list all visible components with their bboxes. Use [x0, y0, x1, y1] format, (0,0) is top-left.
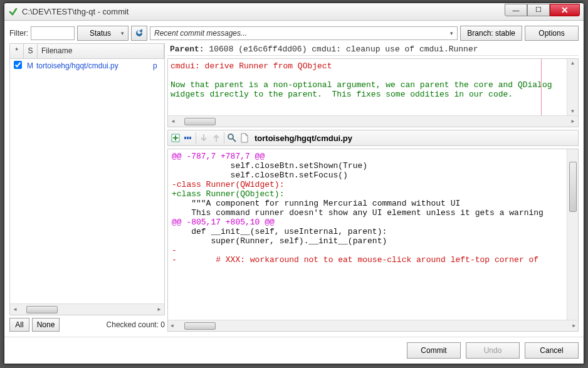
maximize-button[interactable]: ☐: [527, 4, 550, 16]
file-row[interactable]: M tortoisehg/hgqt/cmdui.py p: [10, 59, 164, 73]
msg-hscroll[interactable]: [168, 115, 578, 127]
file-path: tortoisehg/hgqt/cmdui.py: [36, 61, 153, 70]
right-panel: Parent: 10608 (e16c6ff4dd06) cmdui: clea…: [167, 43, 579, 332]
col-status[interactable]: S: [24, 44, 38, 58]
file-icon[interactable]: [239, 133, 249, 143]
file-header: * S Filename: [10, 44, 164, 59]
filter-input[interactable]: [31, 26, 75, 40]
svg-rect-1: [184, 137, 186, 139]
diff-code[interactable]: @@ -787,7 +787,7 @@ self.closeBtn.setSho…: [168, 149, 578, 320]
status-dropdown[interactable]: Status: [77, 26, 129, 41]
parent-info: Parent: 10608 (e16c6ff4dd06) cmdui: clea…: [167, 43, 579, 56]
recent-commits-dropdown[interactable]: Recent commit messages...: [150, 26, 458, 40]
select-none-button[interactable]: None: [32, 318, 60, 332]
branch-button[interactable]: Branch: stable: [460, 26, 522, 41]
file-ext: p: [153, 61, 163, 70]
arrow-up-icon[interactable]: [211, 133, 221, 143]
arrow-down-icon[interactable]: [199, 133, 209, 143]
titlebar: C:\DEV\TEST\thg-qt - commit — ☐ ✕: [4, 3, 584, 21]
main-row: * S Filename M tortoisehg/hgqt/cmdui.py …: [9, 43, 579, 332]
dialog-footer: Commit Undo Cancel: [4, 337, 584, 364]
select-all-button[interactable]: All: [9, 318, 29, 332]
column-ruler: [541, 59, 542, 115]
close-button[interactable]: ✕: [550, 4, 580, 16]
diff-filename: tortoisehg/hgqt/cmdui.py: [255, 134, 352, 143]
window-title: C:\DEV\TEST\thg-qt - commit: [22, 7, 505, 16]
diff-remove-icon[interactable]: [183, 133, 193, 143]
diff-view[interactable]: @@ -787,7 +787,7 @@ self.closeBtn.setSho…: [167, 149, 579, 332]
file-panel: * S Filename M tortoisehg/hgqt/cmdui.py …: [9, 43, 165, 315]
window-buttons: — ☐ ✕: [505, 4, 580, 16]
commit-message-box[interactable]: cmdui: derive Runner from QObject Now th…: [167, 58, 579, 127]
svg-rect-2: [187, 137, 189, 139]
diff-hscroll[interactable]: [168, 320, 578, 331]
content-area: Filter: Status Recent commit messages...…: [4, 21, 584, 337]
refresh-button[interactable]: [131, 26, 147, 41]
svg-point-4: [228, 134, 233, 139]
file-checkbox[interactable]: [11, 61, 24, 71]
commit-button[interactable]: Commit: [407, 342, 461, 359]
commit-window: C:\DEV\TEST\thg-qt - commit — ☐ ✕ Filter…: [4, 3, 584, 364]
search-icon[interactable]: [227, 133, 237, 143]
filter-label: Filter:: [9, 29, 28, 38]
file-status: M: [24, 61, 36, 70]
undo-button[interactable]: Undo: [466, 342, 520, 359]
refresh-icon: [134, 28, 144, 38]
options-button[interactable]: Options: [525, 26, 579, 41]
file-hscroll[interactable]: [10, 303, 164, 315]
file-list[interactable]: M tortoisehg/hgqt/cmdui.py p: [10, 59, 164, 303]
commit-message-text[interactable]: cmdui: derive Runner from QObject Now th…: [168, 59, 578, 115]
col-check[interactable]: *: [10, 44, 24, 58]
app-icon: [8, 7, 18, 17]
diff-toolbar: tortoisehg/hgqt/cmdui.py: [167, 130, 579, 146]
file-footer: All None Checked count: 0: [9, 315, 165, 332]
col-filename[interactable]: Filename: [38, 44, 164, 58]
diff-vscroll[interactable]: [567, 149, 578, 320]
msg-vscroll[interactable]: [567, 59, 578, 115]
checked-count: Checked count: 0: [107, 320, 165, 329]
svg-rect-3: [189, 137, 191, 139]
diff-add-icon[interactable]: [171, 133, 181, 143]
top-toolbar: Filter: Status Recent commit messages...…: [9, 26, 579, 41]
cancel-button[interactable]: Cancel: [525, 342, 579, 359]
minimize-button[interactable]: —: [505, 4, 527, 16]
